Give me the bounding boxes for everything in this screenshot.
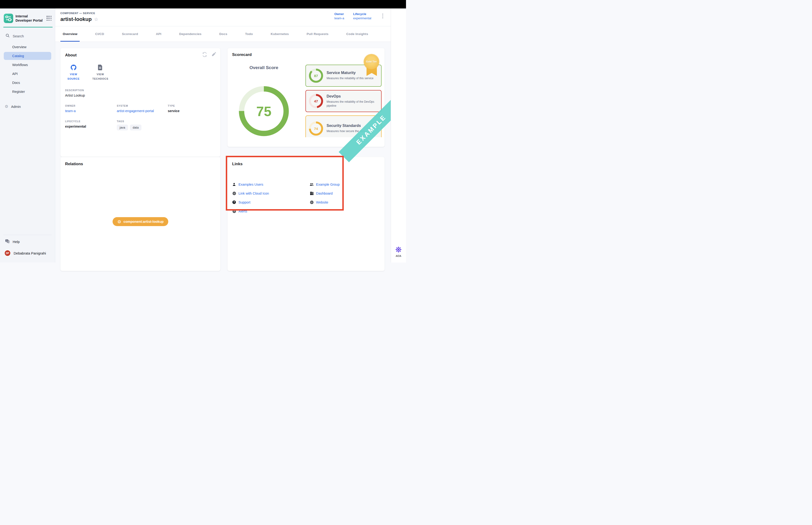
aida-widget[interactable]: AIDA [391,246,406,257]
links-title: Links [232,162,380,166]
tab-docs[interactable]: Docs [217,26,230,42]
overall-score-label: Overall Score [237,65,291,70]
metric-title: Service Maturity [326,71,373,75]
badge-label: Gold Tier [366,60,377,63]
globe-icon [232,191,236,195]
page-title: artist-lookup [60,16,92,22]
brand[interactable]: Internal Developer Portal [0,9,55,27]
sidebar-item-docs[interactable]: Docs [4,79,51,87]
refresh-icon[interactable] [202,52,207,57]
lifecycle-field-value: experimental [65,124,117,128]
tab-scorecard[interactable]: Scorecard [120,26,140,42]
edit-icon[interactable] [212,52,217,57]
chip-icon [117,220,121,224]
tab-todo[interactable]: Todo [243,26,255,42]
about-card: About VIEW SOURCE VIEW TECHDOCS DESCRIPT… [60,48,220,157]
owner-link[interactable]: team-a [334,16,344,20]
sidebar-item-catalog[interactable]: Catalog [4,52,51,60]
type-field-value: service [168,109,216,113]
tab-overview[interactable]: Overview [60,26,80,42]
breadcrumb: COMPONENT — SERVICE [60,12,95,15]
tab-code-insights[interactable]: Code Insights [344,26,370,42]
tab-dependencies[interactable]: Dependencies [177,26,204,42]
right-rail: AIDA [391,9,406,262]
github-icon [71,65,76,70]
aida-label: AIDA [391,255,406,257]
relation-node-component[interactable]: component:artist-lookup [112,217,168,226]
lifecycle-value: experimental [353,16,371,20]
lifecycle-label: Lifecycle [353,12,371,16]
owner-field-value[interactable]: team-a [65,109,117,113]
tab-cicd[interactable]: CI/CD [93,26,106,42]
user-menu[interactable]: DP Debabrata Panigrahi [0,247,55,262]
help-button[interactable]: ? Help [0,235,55,247]
tag-chip[interactable]: data [130,124,141,131]
tag-chip[interactable]: java [117,124,128,131]
about-title: About [65,53,216,58]
link-alerts[interactable]: Alerts [232,208,310,214]
tags-field-label: TAGS [117,120,216,123]
sidebar-item-overview[interactable]: Overview [4,43,51,51]
search-label: Search [13,34,24,38]
devops-donut: 47 [309,94,323,108]
gold-tier-badge: Gold Tier [364,54,380,69]
sidebar-item-admin[interactable]: ⚙ Admin [0,98,55,109]
relation-node-label: component:artist-lookup [124,220,164,224]
description-label: DESCRIPTION [65,89,216,92]
more-options-icon[interactable] [381,14,385,21]
tab-api[interactable]: API [153,26,164,42]
people-icon [310,182,314,186]
system-field-label: SYSTEM [117,104,168,107]
portal-logo-icon [4,14,13,23]
user-avatar: DP [4,250,11,256]
type-field-label: TYPE [168,104,216,107]
link-with-cloud-icon[interactable]: Link with Cloud Icon [232,190,310,196]
tab-kubernetes[interactable]: Kubernetes [268,26,291,42]
metric-desc: Measures the reliability of the DevOps p… [326,100,378,108]
main-content: COMPONENT — SERVICE artist-lookup ☆ Owne… [55,9,391,262]
sidebar-item-register[interactable]: Register [4,88,51,96]
help-chat-icon: ? [5,239,10,244]
tab-pull-requests[interactable]: Pull Requests [304,26,331,42]
entity-header: COMPONENT — SERVICE artist-lookup ☆ Owne… [55,9,391,26]
service-maturity-donut: 87 [309,69,323,83]
help-label: Help [13,240,20,244]
document-icon [98,65,103,70]
apps-grid-icon[interactable] [47,16,52,21]
user-name: Debabrata Panigrahi [14,251,46,255]
dashboard-icon [310,191,314,195]
relations-title: Relations [65,162,216,166]
gear-icon: ⚙ [5,104,8,109]
link-support[interactable]: ? Support [232,199,310,205]
owner-meta: Owner team-a [334,12,344,20]
system-field-value[interactable]: artist-engagement-portal [117,109,168,113]
tab-bar: Overview CI/CD Scorecard API Dependencie… [55,26,391,42]
globe-icon [232,209,236,213]
owner-label: Owner [334,12,344,16]
admin-label: Admin [11,105,21,108]
sidebar-item-api[interactable]: API [4,70,51,78]
link-dashboard[interactable]: Dashboard [310,190,378,196]
favorite-star-icon[interactable]: ☆ [94,16,98,22]
help-circle-icon: ? [232,200,236,204]
metric-title: Security Standards [326,124,365,128]
sidebar-search[interactable]: Search [0,28,55,41]
lifecycle-meta: Lifecycle experimental [353,12,371,20]
view-techdocs-link[interactable]: VIEW TECHDOCS [92,65,109,81]
link-examples-users[interactable]: Examples Users [232,181,310,187]
metric-devops[interactable]: 47 DevOps Measures the reliability of th… [305,90,382,112]
search-icon [6,34,10,38]
top-black-bar [0,0,406,9]
link-example-group[interactable]: Example Group [310,181,378,187]
security-standards-donut: 74 [309,121,323,136]
links-card: Links Examples Users Link with Cloud Ico… [227,157,385,262]
svg-text:?: ? [6,239,7,242]
metric-desc: Measures the reliability of this service [326,76,373,80]
globe-icon [310,200,314,204]
scorecard-title: Scorecard [232,52,251,57]
owner-field-label: OWNER [65,104,117,107]
sidebar-item-workflows[interactable]: Workflows [4,61,51,69]
view-source-link[interactable]: VIEW SOURCE [65,65,82,81]
link-website[interactable]: Website [310,199,378,205]
sidebar-nav: Overview Catalog Workflows API Docs Regi… [0,41,55,98]
